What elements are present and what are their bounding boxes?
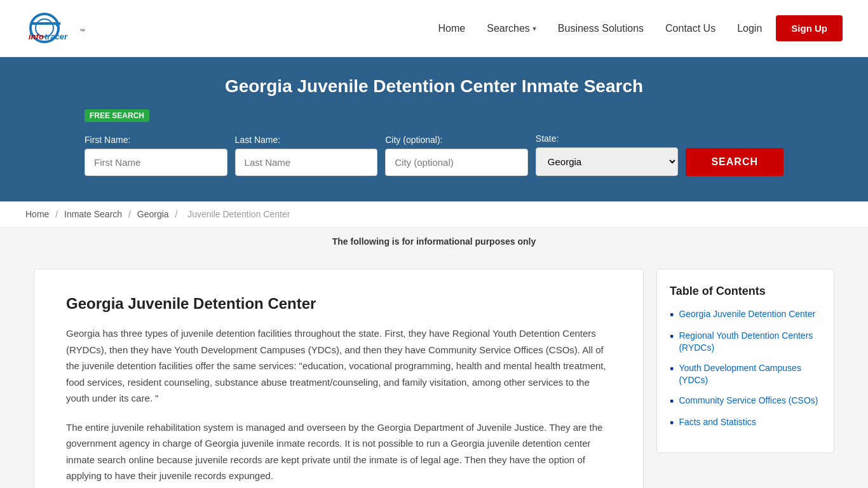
main-content: Georgia Juvenile Detention Center Georgi… — [21, 256, 847, 488]
breadcrumb-separator-1: / — [55, 209, 60, 219]
toc-bullet-icon: ▪ — [670, 330, 674, 344]
toc-bullet-icon: ▪ — [670, 395, 674, 409]
toc-item: ▪Facts and Statistics — [670, 416, 821, 430]
toc-link-4[interactable]: Facts and Statistics — [679, 416, 756, 429]
searches-chevron-icon: ▾ — [532, 24, 536, 33]
state-select[interactable]: Georgia Alabama Florida — [536, 147, 679, 176]
nav-home[interactable]: Home — [431, 18, 473, 39]
breadcrumb-inmate-search[interactable]: Inmate Search — [64, 209, 122, 219]
last-name-input[interactable] — [235, 149, 378, 176]
first-name-group: First Name: — [85, 135, 227, 176]
breadcrumb-home[interactable]: Home — [25, 209, 49, 219]
breadcrumb-separator-3: / — [175, 209, 180, 219]
toc-list: ▪Georgia Juvenile Detention Center▪Regio… — [670, 308, 821, 430]
free-badge: FREE SEARCH — [85, 109, 149, 122]
toc-sidebar: Table of Contents ▪Georgia Juvenile Dete… — [656, 269, 834, 453]
hero-section: Georgia Juvenile Detention Center Inmate… — [0, 57, 868, 201]
main-nav: Home Searches ▾ Business Solutions Conta… — [431, 15, 843, 41]
svg-text:™: ™ — [79, 28, 85, 34]
toc-link-2[interactable]: Youth Development Campuses (YDCs) — [679, 362, 821, 387]
site-header: info tracer ™ Home Searches ▾ Business S… — [0, 0, 868, 57]
toc-bullet-icon: ▪ — [670, 308, 674, 322]
toc-link-1[interactable]: Regional Youth Detention Centers (RYDCs) — [679, 330, 821, 355]
toc-item: ▪Youth Development Campuses (YDCs) — [670, 362, 821, 387]
article-paragraph-1: Georgia has three types of juvenile dete… — [66, 325, 611, 407]
toc-link-0[interactable]: Georgia Juvenile Detention Center — [679, 308, 815, 321]
toc-bullet-icon: ▪ — [670, 416, 674, 430]
toc-item: ▪Community Service Offices (CSOs) — [670, 395, 821, 409]
article-body: Georgia has three types of juvenile dete… — [66, 325, 611, 484]
nav-contact-us[interactable]: Contact Us — [658, 18, 723, 39]
info-notice: The following is for informational purpo… — [0, 227, 868, 256]
logo-svg: info tracer ™ — [25, 11, 133, 46]
city-input[interactable] — [385, 149, 528, 176]
searches-label: Searches — [487, 23, 530, 34]
breadcrumb-separator-2: / — [128, 209, 133, 219]
article-title: Georgia Juvenile Detention Center — [66, 295, 611, 313]
info-notice-text: The following is for informational purpo… — [332, 236, 536, 247]
svg-text:info: info — [29, 32, 44, 41]
breadcrumb: Home / Inmate Search / Georgia / Juvenil… — [0, 201, 868, 227]
article-paragraph-2: The entire juvenile rehabilitation syste… — [66, 419, 611, 484]
breadcrumb-current: Juvenile Detention Center — [187, 209, 290, 219]
toc-item: ▪Regional Youth Detention Centers (RYDCs… — [670, 330, 821, 355]
last-name-label: Last Name: — [235, 135, 281, 145]
hero-title: Georgia Juvenile Detention Center Inmate… — [25, 76, 843, 97]
nav-signup-button[interactable]: Sign Up — [776, 15, 843, 41]
toc-bullet-icon: ▪ — [670, 362, 674, 376]
first-name-input[interactable] — [85, 149, 227, 176]
article-section: Georgia Juvenile Detention Center Georgi… — [34, 269, 644, 488]
first-name-label: First Name: — [85, 135, 130, 145]
toc-link-3[interactable]: Community Service Offices (CSOs) — [679, 395, 818, 407]
state-group: State: Georgia Alabama Florida — [536, 133, 679, 176]
logo[interactable]: info tracer ™ — [25, 11, 133, 46]
toc-title: Table of Contents — [670, 285, 821, 298]
city-group: City (optional): — [385, 135, 528, 176]
breadcrumb-georgia[interactable]: Georgia — [137, 209, 169, 219]
svg-text:tracer: tracer — [44, 32, 68, 41]
nav-searches[interactable]: Searches ▾ — [479, 18, 544, 39]
nav-business-solutions[interactable]: Business Solutions — [550, 18, 651, 39]
toc-item: ▪Georgia Juvenile Detention Center — [670, 308, 821, 322]
search-button[interactable]: SEARCH — [686, 148, 783, 176]
last-name-group: Last Name: — [235, 135, 378, 176]
state-label: State: — [536, 133, 559, 144]
nav-login[interactable]: Login — [729, 18, 770, 39]
search-form: First Name: Last Name: City (optional): … — [85, 133, 783, 176]
city-label: City (optional): — [385, 135, 442, 145]
